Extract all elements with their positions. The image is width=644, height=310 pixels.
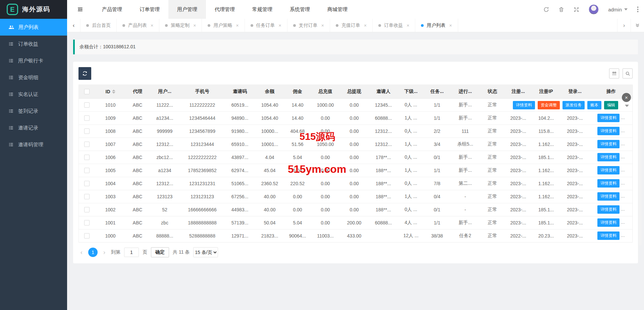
search-button[interactable]	[623, 68, 633, 79]
popover-button-1[interactable]: 详情资料	[513, 101, 535, 109]
topnav-item-2[interactable]: 订单管理	[131, 0, 168, 19]
row-checkbox[interactable]	[84, 155, 90, 160]
tab-item-6[interactable]: 支付订单×	[287, 19, 330, 32]
tabs-manage-icon[interactable]	[631, 19, 644, 32]
sort-icon[interactable]	[112, 90, 115, 94]
row-checkbox[interactable]	[84, 168, 90, 173]
tab-item-4[interactable]: 用户策略×	[202, 19, 245, 32]
topnav-item-3[interactable]: 用户管理	[168, 0, 206, 19]
cell-total_withdraw: 0.00	[340, 203, 369, 216]
popover-close-icon[interactable]: ×	[622, 93, 631, 102]
tab-item-1[interactable]: 后台首页	[80, 19, 117, 32]
more-vertical-icon[interactable]	[637, 6, 639, 12]
details-button[interactable]: 详情资料	[597, 205, 620, 214]
tab-item-5[interactable]: 任务订单×	[245, 19, 287, 32]
more-actions[interactable]: ...	[621, 115, 625, 120]
tab-close-icon[interactable]: ×	[193, 23, 196, 28]
current-page-button[interactable]: 1	[88, 248, 98, 257]
sidebar-item-4[interactable]: 资金明细	[0, 69, 67, 86]
goto-page-input[interactable]	[124, 248, 139, 257]
sidebar-item-7[interactable]: 邀请记录	[0, 119, 67, 136]
next-page-icon[interactable]: ›	[101, 249, 107, 256]
popover-caret-icon[interactable]	[625, 105, 629, 107]
row-checkbox[interactable]	[84, 233, 90, 239]
tab-item-2[interactable]: 产品列表×	[117, 19, 159, 32]
select-all-checkbox[interactable]	[84, 89, 90, 94]
tab-item-3[interactable]: 策略定制×	[159, 19, 202, 32]
more-actions[interactable]: ...	[621, 141, 625, 146]
page-size-select[interactable]: 15 条/页	[193, 247, 218, 257]
more-actions[interactable]: ...	[621, 180, 625, 186]
topnav-item-1[interactable]: 产品管理	[93, 0, 131, 19]
columns-filter-button[interactable]	[609, 68, 619, 79]
confirm-page-button[interactable]: 确定	[151, 247, 169, 257]
details-button[interactable]: 详情资料	[597, 166, 620, 174]
col-header-id[interactable]: ID	[95, 85, 126, 98]
cell-total_recharge: 1050.00	[311, 138, 340, 151]
popover-button-5[interactable]: 编辑	[604, 101, 618, 109]
avatar[interactable]	[589, 4, 599, 14]
tab-close-icon[interactable]: ×	[279, 23, 281, 28]
cell-status: 正常	[480, 111, 505, 124]
row-checkbox[interactable]	[84, 194, 90, 199]
cell-reg_ip: 185.1...	[532, 203, 560, 216]
sidebar-item-6[interactable]: 签到记录	[0, 103, 67, 119]
sidebar-item-2[interactable]: 订单收益	[0, 36, 67, 52]
topnav-item-4[interactable]: 代理管理	[206, 0, 244, 19]
tab-close-icon[interactable]: ×	[449, 23, 452, 28]
topnav-item-7[interactable]: 商城管理	[319, 0, 356, 19]
tab-item-9[interactable]: 用户列表×	[415, 19, 458, 32]
popover-button-3[interactable]: 派发任务	[562, 101, 585, 109]
more-actions[interactable]: ...	[621, 154, 625, 159]
details-button[interactable]: 详情资料	[597, 218, 620, 227]
user-menu[interactable]: admin	[608, 7, 628, 12]
more-actions[interactable]: ...	[621, 128, 625, 133]
tab-close-icon[interactable]: ×	[321, 23, 324, 28]
popover-button-4[interactable]: 账本	[587, 101, 601, 109]
refresh-table-button[interactable]	[78, 67, 91, 80]
refresh-icon[interactable]	[543, 7, 549, 12]
table-scrollbar[interactable]	[639, 99, 642, 246]
more-actions[interactable]: ...	[621, 167, 625, 172]
row-checkbox[interactable]	[84, 220, 90, 225]
tab-close-icon[interactable]: ×	[151, 23, 153, 28]
more-actions[interactable]: ...	[621, 219, 625, 225]
row-checkbox[interactable]	[84, 181, 90, 186]
row-checkbox[interactable]	[84, 142, 90, 147]
collapse-menu-icon[interactable]	[77, 6, 83, 12]
more-actions[interactable]: ...	[621, 206, 625, 212]
row-checkbox[interactable]	[84, 207, 90, 212]
popover-button-2[interactable]: 资金调整	[538, 101, 560, 109]
table-row: 1004ABC12312...123123123151065...2360.52…	[79, 177, 633, 190]
details-button[interactable]: 详情资料	[597, 179, 620, 188]
details-button[interactable]: 详情资料	[597, 140, 620, 148]
tab-close-icon[interactable]: ×	[236, 23, 238, 28]
tab-dot-icon	[293, 24, 296, 27]
details-button[interactable]: 详情资料	[597, 127, 620, 135]
tab-item-7[interactable]: 充值订单×	[330, 19, 373, 32]
tabs-scroll-right-icon[interactable]: ›	[617, 19, 631, 32]
tab-item-8[interactable]: 订单收益×	[373, 19, 415, 32]
tab-close-icon[interactable]: ×	[407, 23, 409, 28]
details-button[interactable]: 详情资料	[597, 231, 620, 240]
tab-close-icon[interactable]: ×	[364, 23, 367, 28]
row-checkbox[interactable]	[84, 128, 90, 134]
trash-icon[interactable]	[558, 7, 564, 12]
tabs-scroll-left-icon[interactable]: ‹	[67, 19, 80, 32]
topnav-item-6[interactable]: 系统管理	[281, 0, 319, 19]
topnav-item-5[interactable]: 常规管理	[244, 0, 281, 19]
more-actions[interactable]: ...	[621, 193, 625, 199]
sidebar-item-3[interactable]: 用户银行卡	[0, 52, 67, 69]
fullscreen-icon[interactable]	[574, 7, 579, 12]
sidebar-item-8[interactable]: 邀请码管理	[0, 136, 67, 153]
more-actions[interactable]: ...	[621, 232, 625, 238]
row-checkbox[interactable]	[84, 115, 90, 121]
prev-page-icon[interactable]: ‹	[78, 249, 85, 256]
details-button[interactable]: 详情资料	[597, 192, 620, 201]
sidebar-item-5[interactable]: 实名认证	[0, 86, 67, 103]
row-checkbox[interactable]	[84, 102, 90, 108]
details-button[interactable]: 详情资料	[597, 153, 620, 161]
cell-subordinate: 0人 ...	[398, 203, 424, 216]
details-button[interactable]: 详情资料	[597, 114, 620, 122]
sidebar-item-1[interactable]: 用户列表	[0, 19, 67, 36]
